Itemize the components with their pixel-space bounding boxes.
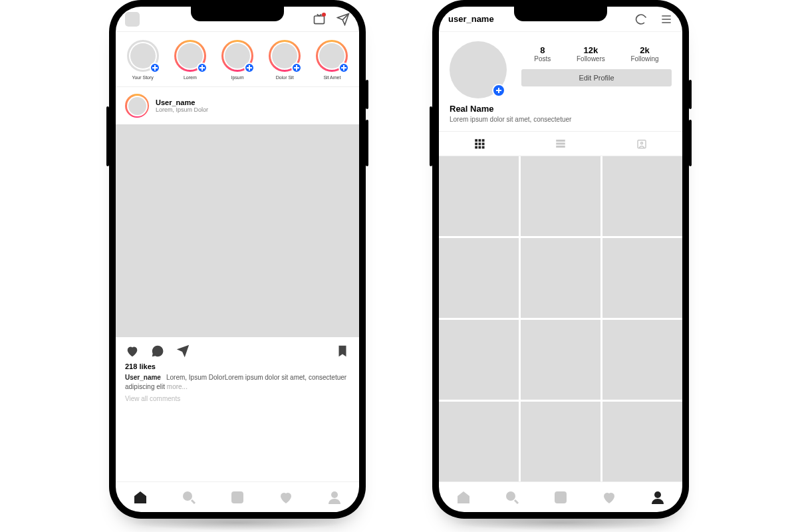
post-actions — [116, 337, 359, 361]
like-icon[interactable] — [125, 344, 140, 358]
share-icon[interactable] — [176, 344, 190, 358]
svg-rect-9 — [482, 143, 485, 146]
svg-point-18 — [506, 491, 515, 501]
post-image[interactable] — [116, 124, 359, 337]
camera-icon[interactable] — [125, 12, 140, 27]
plus-icon — [338, 63, 349, 73]
profile-avatar[interactable] — [450, 41, 507, 98]
story-item[interactable]: Dolor Sit — [269, 40, 301, 80]
profile-tabbar — [439, 481, 682, 512]
plus-icon — [291, 63, 302, 73]
profile-post-thumb[interactable] — [439, 402, 519, 481]
stat-posts-value: 8 — [534, 45, 551, 55]
profile-post-thumb[interactable] — [602, 320, 682, 400]
svg-rect-19 — [555, 491, 567, 503]
profile-posts-grid — [439, 156, 682, 481]
svg-rect-10 — [475, 146, 477, 149]
svg-point-17 — [641, 142, 643, 144]
profile-tabs — [439, 131, 682, 156]
plus-icon — [244, 63, 255, 73]
tab-profile[interactable] — [650, 489, 666, 505]
tab-add[interactable] — [229, 489, 245, 505]
stat-followers-value: 12k — [577, 45, 605, 55]
send-icon[interactable] — [336, 13, 350, 26]
stat-following-label: Following — [630, 55, 658, 63]
profile-post-thumb[interactable] — [521, 320, 600, 400]
story-label: Dolor Sit — [276, 75, 294, 80]
tv-icon[interactable] — [313, 13, 326, 26]
profile-tab-tagged[interactable] — [601, 132, 682, 156]
post-author-username[interactable]: User_name — [156, 98, 208, 106]
notification-dot — [322, 13, 326, 17]
svg-rect-2 — [231, 491, 243, 503]
tab-add[interactable] — [553, 489, 569, 505]
plus-icon — [150, 63, 160, 73]
view-all-comments[interactable]: View all comments — [125, 395, 350, 402]
svg-point-20 — [654, 491, 661, 498]
svg-rect-0 — [315, 16, 325, 24]
tab-search[interactable] — [504, 489, 520, 505]
svg-rect-8 — [479, 143, 481, 146]
tab-search[interactable] — [181, 489, 197, 505]
story-item[interactable]: Sit Amet — [316, 40, 348, 80]
post-caption: User_nameLorem, Ipsum DolorLorem ipsum d… — [125, 373, 350, 391]
tab-profile[interactable] — [327, 489, 342, 505]
tab-activity[interactable] — [278, 489, 294, 505]
story-label: Sit Amet — [323, 75, 340, 80]
comment-icon[interactable] — [150, 344, 165, 358]
tab-home[interactable] — [132, 489, 148, 505]
profile-tab-feed[interactable] — [520, 132, 601, 156]
svg-rect-6 — [482, 139, 485, 142]
svg-rect-15 — [556, 146, 565, 148]
plus-icon — [197, 63, 207, 73]
story-item[interactable]: Your Story — [126, 40, 159, 80]
profile-post-thumb[interactable] — [521, 156, 600, 236]
svg-point-3 — [331, 491, 338, 498]
profile-post-thumb[interactable] — [439, 238, 519, 318]
post-author-subtitle: Lorem, Ipsum Dolor — [156, 106, 208, 113]
profile-post-thumb[interactable] — [602, 402, 682, 481]
menu-icon[interactable] — [660, 13, 673, 26]
profile-post-thumb[interactable] — [439, 320, 519, 400]
stat-following-value: 2k — [630, 45, 658, 55]
profile-post-thumb[interactable] — [521, 402, 600, 481]
profile-post-thumb[interactable] — [439, 156, 519, 236]
profile-topbar-username[interactable]: user_name — [448, 14, 494, 24]
stat-posts-label: Posts — [534, 55, 551, 63]
story-item[interactable]: Ipsum — [221, 40, 253, 80]
profile-post-thumb[interactable] — [602, 238, 682, 318]
svg-rect-7 — [475, 143, 477, 146]
svg-rect-14 — [556, 143, 565, 145]
caption-username[interactable]: User_name — [125, 374, 161, 381]
edit-profile-button[interactable]: Edit Profile — [521, 69, 672, 86]
stat-followers[interactable]: 12k Followers — [577, 45, 605, 63]
caption-more[interactable]: more... — [167, 383, 188, 390]
profile-real-name: Real Name — [450, 104, 672, 114]
post-header[interactable]: User_name Lorem, Ipsum Dolor — [116, 87, 359, 124]
profile-post-thumb[interactable] — [521, 238, 600, 318]
svg-point-1 — [183, 491, 192, 501]
story-label: Your Story — [132, 75, 153, 80]
stat-followers-label: Followers — [577, 55, 605, 63]
tab-activity[interactable] — [601, 489, 617, 505]
bookmark-icon[interactable] — [335, 344, 350, 358]
svg-rect-12 — [482, 146, 485, 149]
stat-following[interactable]: 2k Following — [630, 45, 658, 63]
add-story-badge[interactable] — [492, 84, 505, 97]
svg-rect-5 — [479, 139, 481, 142]
story-item[interactable]: Lorem — [174, 40, 206, 80]
profile-bio-text: Lorem ipsum dolor sit amet, consectetuer — [450, 116, 672, 123]
svg-rect-11 — [479, 146, 481, 149]
svg-rect-13 — [556, 140, 565, 142]
profile-tab-grid[interactable] — [439, 132, 520, 156]
svg-rect-4 — [475, 139, 477, 142]
stat-posts[interactable]: 8 Posts — [534, 45, 551, 63]
stories-tray[interactable]: Your StoryLoremIpsumDolor SitSit Amet — [116, 32, 359, 87]
refresh-icon[interactable] — [634, 13, 648, 26]
tab-home[interactable] — [456, 489, 471, 505]
story-label: Lorem — [184, 75, 197, 80]
post-likes[interactable]: 218 likes — [125, 362, 350, 370]
profile-post-thumb[interactable] — [602, 156, 682, 236]
feed-tabbar — [116, 481, 359, 512]
post-author-avatar[interactable] — [125, 94, 149, 118]
